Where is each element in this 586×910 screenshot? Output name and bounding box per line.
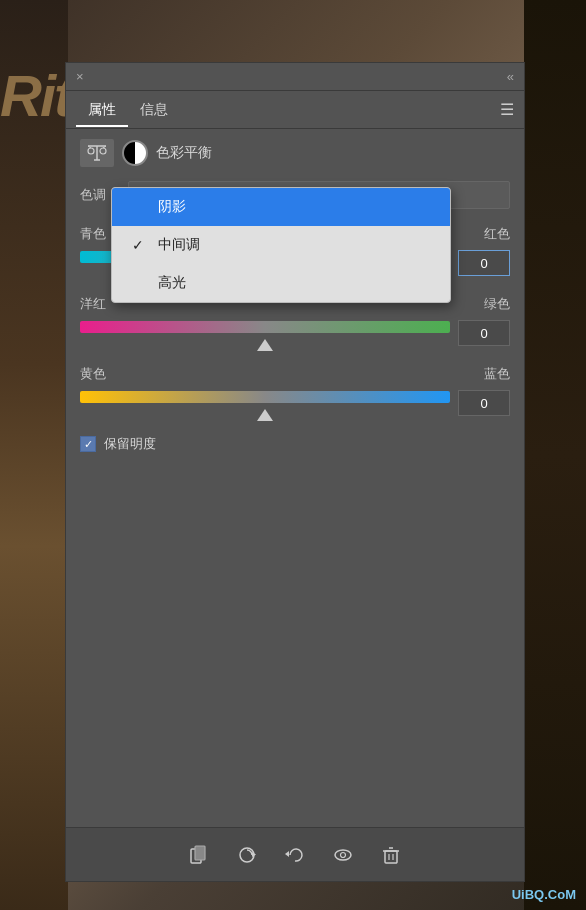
yellow-blue-thumb[interactable] [257, 409, 273, 421]
blue-label: 蓝色 [484, 365, 510, 383]
magenta-green-input[interactable] [458, 320, 510, 346]
yellow-blue-input[interactable] [458, 390, 510, 416]
dropdown-item-shadow[interactable]: 阴影 [112, 188, 450, 226]
svg-marker-11 [285, 851, 289, 857]
svg-point-3 [100, 148, 106, 154]
svg-rect-14 [385, 851, 397, 863]
red-label: 红色 [484, 225, 510, 243]
undo-icon[interactable] [280, 840, 310, 870]
watermark: UiBQ.CoM [512, 887, 576, 902]
yellow-label: 黄色 [80, 365, 106, 383]
yellow-blue-slider-section: 黄色 蓝色 [80, 365, 510, 419]
magenta-green-thumb[interactable] [257, 339, 273, 351]
layer-circle-icon [122, 140, 148, 166]
magenta-green-slider-section: 洋红 绿色 [80, 295, 510, 349]
bg-left-strip [0, 0, 68, 910]
svg-point-2 [88, 148, 94, 154]
dropdown-item-highlights[interactable]: 高光 [112, 264, 450, 302]
bg-right-strip [524, 0, 586, 910]
panel-footer [66, 827, 524, 881]
yellow-blue-track-container [80, 387, 450, 419]
tab-menu-icon[interactable]: ☰ [500, 100, 514, 119]
tabs-row: 属性 信息 ☰ [66, 91, 524, 129]
dropdown-item-midtones[interactable]: ✓ 中间调 [112, 226, 450, 264]
tab-properties[interactable]: 属性 [76, 93, 128, 127]
svg-point-13 [341, 852, 346, 857]
preserve-luminosity-label: 保留明度 [104, 435, 156, 453]
panel-content: 色彩平衡 色调 阴影 中间调 高光 阴影 ✓ 中间调 高光 [66, 129, 524, 827]
panel-titlebar: × « [66, 63, 524, 91]
visibility-cycle-icon[interactable] [232, 840, 262, 870]
magenta-green-track-container [80, 317, 450, 349]
tab-info[interactable]: 信息 [128, 93, 180, 127]
svg-rect-8 [195, 846, 205, 860]
yellow-blue-labels: 黄色 蓝色 [80, 365, 510, 383]
cyan-red-input[interactable] [458, 250, 510, 276]
dropdown-popup: 阴影 ✓ 中间调 高光 [111, 187, 451, 303]
svg-point-12 [335, 850, 351, 860]
collapse-icon[interactable]: « [507, 69, 514, 84]
layer-header: 色彩平衡 [80, 139, 510, 167]
clip-icon[interactable] [184, 840, 214, 870]
eye-icon[interactable] [328, 840, 358, 870]
preserve-luminosity-row: ✓ 保留明度 [80, 435, 510, 453]
magenta-green-slider-row [80, 317, 510, 349]
balance-icon [80, 139, 114, 167]
preserve-luminosity-checkbox[interactable]: ✓ [80, 436, 96, 452]
magenta-green-track[interactable] [80, 321, 450, 333]
green-label: 绿色 [484, 295, 510, 313]
layer-title: 色彩平衡 [156, 144, 212, 162]
yellow-blue-slider-row [80, 387, 510, 419]
bg-text-rit: Rit [0, 62, 71, 129]
magenta-label: 洋红 [80, 295, 106, 313]
cyan-label: 青色 [80, 225, 106, 243]
close-icon[interactable]: × [76, 69, 84, 84]
properties-panel: × « 属性 信息 ☰ [65, 62, 525, 882]
yellow-blue-track[interactable] [80, 391, 450, 403]
delete-icon[interactable] [376, 840, 406, 870]
